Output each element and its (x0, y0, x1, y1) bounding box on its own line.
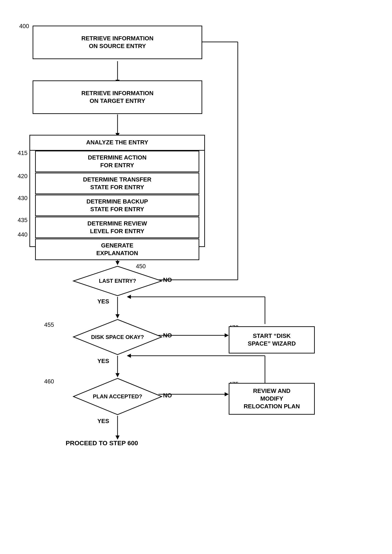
label-440: 440 (18, 231, 28, 238)
determine-review-box: DETERMINE REVIEW LEVEL FOR ENTRY (35, 217, 199, 238)
yes-label-2: YES (97, 358, 109, 365)
yes-label-3: YES (97, 418, 109, 425)
diagram-container: 400 RETRIEVE INFORMATION ON SOURCE ENTRY… (0, 0, 392, 554)
retrieve-target-box: RETRIEVE INFORMATION ON TARGET ENTRY (33, 80, 202, 114)
retrieve-source-box: RETRIEVE INFORMATION ON SOURCE ENTRY (33, 26, 202, 59)
svg-marker-9 (115, 373, 119, 377)
svg-marker-11 (115, 435, 119, 440)
generate-explanation-box: GENERATE EXPLANATION (35, 239, 199, 260)
label-435: 435 (18, 217, 28, 224)
review-modify-box: REVIEW AND MODIFY RELOCATION PLAN (229, 383, 315, 415)
plan-accepted-diamond: PLAN ACCEPTED? (72, 377, 163, 416)
no-label-2: NO (163, 332, 172, 339)
last-entry-diamond: LAST ENTRY? (72, 265, 163, 297)
svg-marker-17 (225, 333, 229, 337)
proceed-text: PROCEED TO STEP 600 (66, 440, 138, 447)
svg-marker-22 (225, 392, 229, 396)
label-430: 430 (18, 195, 28, 202)
svg-marker-5 (115, 261, 119, 265)
no-label-3: NO (163, 392, 172, 399)
disk-space-diamond: DISK SPACE OKAY? (72, 318, 163, 356)
determine-backup-box: DETERMINE BACKUP STATE FOR ENTRY (35, 195, 199, 216)
disk-space-wizard-box: START “DISK SPACE” WIZARD (229, 326, 315, 354)
label-400: 400 (19, 23, 29, 30)
svg-marker-7 (115, 314, 119, 318)
label-415: 415 (18, 149, 28, 156)
label-455: 455 (44, 321, 54, 328)
yes-label-1: YES (97, 298, 109, 305)
label-460: 460 (44, 378, 54, 385)
no-label-1: NO (163, 277, 172, 284)
label-420: 420 (18, 173, 28, 180)
determine-transfer-box: DETERMINE TRANSFER STATE FOR ENTRY (35, 173, 199, 194)
determine-action-box: DETERMINE ACTION FOR ENTRY (35, 151, 199, 172)
analyze-entry-label: ANALYZE THE ENTRY (29, 135, 205, 151)
